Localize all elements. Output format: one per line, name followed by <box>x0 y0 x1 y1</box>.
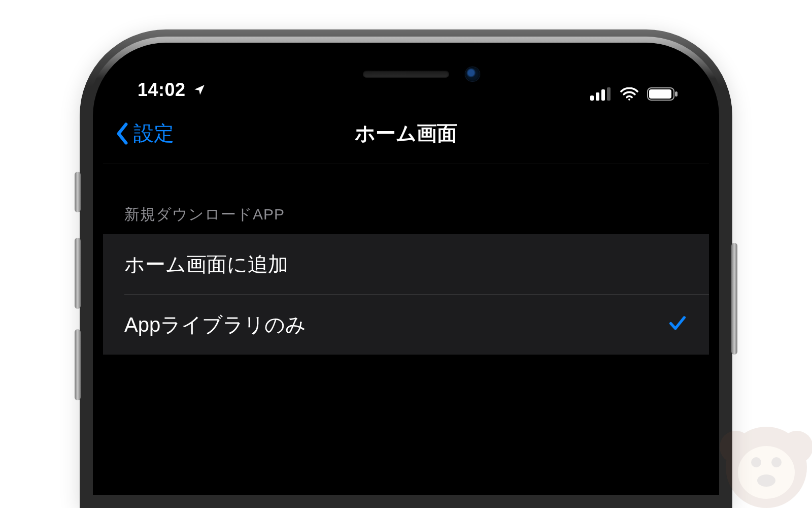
svg-point-12 <box>751 457 761 467</box>
back-label: 設定 <box>133 119 174 147</box>
new-downloads-options: ホーム画面に追加 Appライブラリのみ <box>103 234 709 355</box>
status-time: 14:02 <box>138 79 186 101</box>
screen: 14:02 <box>103 53 709 485</box>
svg-rect-3 <box>607 87 611 101</box>
svg-point-11 <box>738 446 795 499</box>
navigation-bar: 設定 ホーム画面 <box>103 104 709 164</box>
settings-content: 新規ダウンロードAPP ホーム画面に追加 Appライブラリのみ 通知バッジ <box>103 164 709 392</box>
svg-point-14 <box>757 474 775 487</box>
chevron-left-icon <box>115 122 129 145</box>
earpiece-speaker <box>363 71 449 78</box>
wifi-icon <box>620 87 639 101</box>
option-add-to-home[interactable]: ホーム画面に追加 <box>103 234 709 294</box>
svg-point-4 <box>628 99 630 101</box>
section-header-notification-badges: 通知バッジ <box>103 355 709 392</box>
svg-point-8 <box>726 427 807 508</box>
notch <box>264 53 548 96</box>
volume-up-button <box>75 238 81 309</box>
svg-point-13 <box>771 457 782 467</box>
section-header-new-downloads: 新規ダウンロードAPP <box>103 164 709 234</box>
option-label: ホーム画面に追加 <box>124 250 288 278</box>
battery-icon <box>647 87 679 101</box>
svg-rect-2 <box>601 89 605 101</box>
power-button <box>731 243 737 355</box>
location-icon <box>193 83 206 97</box>
svg-rect-0 <box>590 96 594 101</box>
cellular-icon <box>590 87 612 101</box>
phone-frame: 14:02 <box>80 29 732 508</box>
checkmark-icon <box>667 312 688 337</box>
volume-down-button <box>75 329 81 400</box>
option-label: Appライブラリのみ <box>124 311 306 339</box>
svg-rect-6 <box>649 89 671 99</box>
svg-rect-1 <box>596 92 599 101</box>
back-button[interactable]: 設定 <box>103 119 174 147</box>
svg-rect-7 <box>675 91 678 97</box>
option-app-library-only[interactable]: Appライブラリのみ <box>103 295 709 355</box>
mute-switch <box>75 172 81 212</box>
page-title: ホーム画面 <box>103 119 709 147</box>
svg-point-10 <box>781 431 812 463</box>
front-camera <box>465 67 480 81</box>
